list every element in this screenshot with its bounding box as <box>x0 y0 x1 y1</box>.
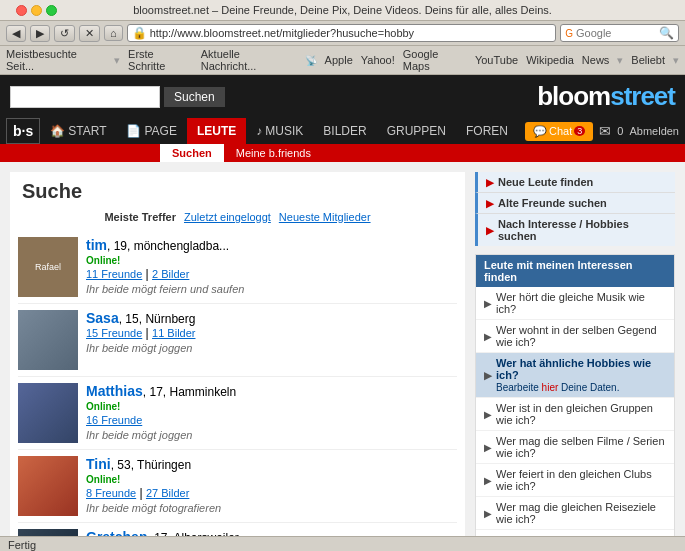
avatar <box>18 310 78 370</box>
user-info: Matthias, 17, Hamminkeln Online! 16 Freu… <box>86 383 457 441</box>
beliebt-arrow: ▾ <box>673 54 679 67</box>
browser-search-input[interactable] <box>576 27 656 39</box>
edit-link[interactable]: hier <box>542 382 559 393</box>
bookmark-apple[interactable]: Apple <box>325 54 353 66</box>
logout-button[interactable]: Abmelden <box>629 125 679 137</box>
list-item: Rafael tim, 19, mönchengladba... Online!… <box>18 231 457 304</box>
close-button[interactable] <box>16 5 27 16</box>
main-navigation: b·s 🏠 START 📄 PAGE LEUTE ♪ MUSIK BILDER … <box>0 118 685 144</box>
user-name[interactable]: tim <box>86 237 107 253</box>
online-badge: Online! <box>86 401 120 412</box>
interest-filme[interactable]: ▶ Wer mag die selben Filme / Serien wie … <box>476 431 674 464</box>
user-name[interactable]: Gretchen <box>86 529 147 536</box>
list-item: Sasa, 15, Nürnberg 15 Freunde | 11 Bilde… <box>18 304 457 377</box>
nav-item-gruppen[interactable]: GRUPPEN <box>377 118 456 144</box>
nav-item-leute[interactable]: LEUTE <box>187 118 246 144</box>
filter-tabs: Meiste Treffer Zuletzt eingeloggt Neuest… <box>18 211 457 223</box>
url-input[interactable] <box>150 27 552 39</box>
back-button[interactable]: ◀ <box>6 25 26 42</box>
bookmark-erste-schritte[interactable]: Erste Schritte <box>128 48 193 72</box>
sub-navigation: Suchen Meine b.friends <box>0 144 685 162</box>
site-search-box: Suchen <box>10 86 225 108</box>
site-search-input[interactable] <box>10 86 160 108</box>
right-sidebar: ▶ Neue Leute finden ▶ Alte Freunde suche… <box>475 172 675 536</box>
user-images-link[interactable]: 2 Bilder <box>152 268 189 280</box>
site-header: Suchen bloomstreet <box>0 75 685 118</box>
find-by-interest[interactable]: ▶ Nach Interesse / Hobbies suchen <box>475 213 675 246</box>
user-friends-link[interactable]: 16 Freunde <box>86 414 142 426</box>
user-images-link[interactable]: 27 Bilder <box>146 487 189 499</box>
bookmark-yahoo[interactable]: Yahoo! <box>361 54 395 66</box>
interest-gruppen[interactable]: ▶ Wer ist in den gleichen Gruppen wie ic… <box>476 398 674 431</box>
bookmark-youtube[interactable]: YouTube <box>475 54 518 66</box>
site-search-button[interactable]: Suchen <box>164 87 225 107</box>
user-friends-link[interactable]: 8 Freunde <box>86 487 136 499</box>
bookmark-googlemaps[interactable]: Google Maps <box>403 48 467 72</box>
sub-nav-friends[interactable]: Meine b.friends <box>224 144 323 162</box>
traffic-lights <box>16 5 57 16</box>
list-item: Gretchen, 17, Albersweiler Online! 29 Fr… <box>18 523 457 536</box>
interest-gegend[interactable]: ▶ Wer wohnt in der selben Gegend wie ich… <box>476 320 674 353</box>
user-images-link[interactable]: 11 Bilder <box>152 327 195 339</box>
browser-toolbar: ◀ ▶ ↺ ✕ ⌂ 🔒 G 🔍 <box>0 21 685 46</box>
reload-button[interactable]: ↺ <box>54 25 75 42</box>
nav-item-musik[interactable]: ♪ MUSIK <box>246 118 313 144</box>
maximize-button[interactable] <box>46 5 57 16</box>
arrow-icon: ▶ <box>486 225 494 236</box>
home-button[interactable]: ⌂ <box>104 25 123 41</box>
sub-nav-suchen[interactable]: Suchen <box>160 144 224 162</box>
logo-street: street <box>610 81 675 111</box>
arrow-icon: ▶ <box>484 442 492 453</box>
nav-item-foren[interactable]: FOREN <box>456 118 518 144</box>
user-name[interactable]: Tini <box>86 456 111 472</box>
find-new-people[interactable]: ▶ Neue Leute finden <box>475 172 675 192</box>
chat-button[interactable]: 💬 Chat 3 <box>525 122 593 141</box>
interest-section-header: Leute mit meinen Interessen finden <box>476 255 674 287</box>
divider: ▾ <box>114 54 120 67</box>
user-friends-link[interactable]: 11 Freunde <box>86 268 142 280</box>
user-list: Rafael tim, 19, mönchengladba... Online!… <box>18 231 457 536</box>
user-name[interactable]: Sasa <box>86 310 119 326</box>
title-bar: bloomstreet.net – Deine Freunde, Deine P… <box>0 0 685 21</box>
filter-neueste[interactable]: Neueste Mitglieder <box>279 211 371 223</box>
security-icon: 🔒 <box>132 26 147 40</box>
page-content: Suchen bloomstreet b·s 🏠 START 📄 PAGE LE… <box>0 75 685 536</box>
interest-clubs[interactable]: ▶ Wer feiert in den gleichen Clubs wie i… <box>476 464 674 497</box>
browser-search-bar[interactable]: G 🔍 <box>560 24 679 42</box>
musik-icon: ♪ <box>256 124 262 138</box>
logo-bloom: bloom <box>537 81 610 111</box>
filter-zuletzt[interactable]: Zuletzt eingeloggt <box>184 211 271 223</box>
search-title: Suche <box>18 180 457 203</box>
list-item: Matthias, 17, Hamminkeln Online! 16 Freu… <box>18 377 457 450</box>
nav-item-start[interactable]: 🏠 START <box>40 118 116 144</box>
stop-button[interactable]: ✕ <box>79 25 100 42</box>
interest-section: Leute mit meinen Interessen finden ▶ Wer… <box>475 254 675 536</box>
news-arrow: ▾ <box>617 54 623 67</box>
online-badge: Online! <box>86 474 120 485</box>
nav-item-page[interactable]: 📄 PAGE <box>116 118 186 144</box>
filter-meiste-treffer[interactable]: Meiste Treffer <box>104 211 176 223</box>
bookmark-beliebt[interactable]: Beliebt <box>631 54 665 66</box>
mail-icon[interactable]: ✉ <box>599 123 611 139</box>
find-people-section: ▶ Neue Leute finden ▶ Alte Freunde suche… <box>475 172 675 246</box>
forward-button[interactable]: ▶ <box>30 25 50 42</box>
minimize-button[interactable] <box>31 5 42 16</box>
nav-item-logo[interactable]: b·s <box>6 118 40 144</box>
user-name[interactable]: Matthias <box>86 383 143 399</box>
user-friends-link[interactable]: 15 Freunde <box>86 327 142 339</box>
avatar: Rafael <box>18 237 78 297</box>
interest-musik[interactable]: ▶ Wer hört die gleiche Musik wie ich? <box>476 287 674 320</box>
find-old-friends[interactable]: ▶ Alte Freunde suchen <box>475 192 675 213</box>
avatar <box>18 383 78 443</box>
nav-item-bilder[interactable]: BILDER <box>313 118 376 144</box>
bookmark-meistbesucht[interactable]: Meistbesuchte Seit... <box>6 48 106 72</box>
chat-icon: 💬 <box>533 125 547 138</box>
avatar <box>18 529 78 536</box>
bookmark-wikipedia[interactable]: Wikipedia <box>526 54 574 66</box>
bookmark-news[interactable]: News <box>582 54 610 66</box>
url-bar[interactable]: 🔒 <box>127 24 557 42</box>
bookmark-aktuell[interactable]: Aktuelle Nachricht... <box>201 48 297 72</box>
interest-hobbies[interactable]: ▶ Wer hat ähnliche Hobbies wie ich?Bearb… <box>476 353 674 398</box>
arrow-icon: ▶ <box>484 475 492 486</box>
interest-reiseziele[interactable]: ▶ Wer mag die gleichen Reiseziele wie ic… <box>476 497 674 530</box>
